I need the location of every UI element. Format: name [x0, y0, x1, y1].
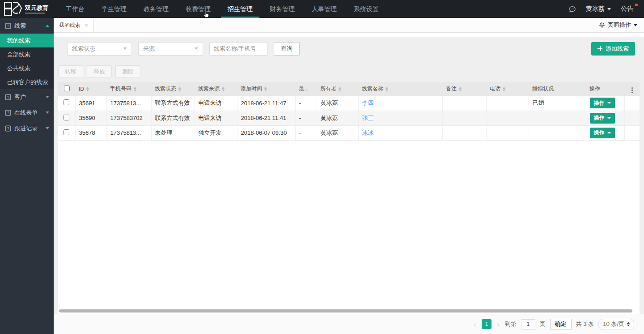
column-settings-icon[interactable] [630, 86, 635, 94]
sort-icon [503, 87, 505, 91]
sidebar-section-leads[interactable]: ? 线索 [0, 18, 54, 34]
col-header-phone[interactable]: 手机号码 [106, 82, 151, 96]
user-name: 黄冰荔 [586, 5, 605, 13]
page-actions-button[interactable]: 页面操作 [592, 18, 644, 32]
sort-icon [86, 87, 89, 91]
logo-subtitle [25, 13, 45, 14]
top-navbar: 双元教育 工作台 学生管理 教务管理 收费管理 招生管理 财务管理 人事管理 系… [0, 0, 644, 18]
goto-page-input[interactable] [521, 319, 535, 330]
close-icon[interactable]: × [85, 22, 88, 28]
release-button[interactable]: 释放 [87, 65, 112, 77]
total-count-label: 共 3 条 [576, 320, 594, 328]
chevron-up-icon [46, 25, 49, 27]
select-all-checkbox[interactable] [64, 86, 70, 91]
plus-icon [597, 46, 602, 51]
nav-item-fees[interactable]: 收费管理 [177, 0, 219, 18]
chevron-down-icon [46, 127, 49, 129]
nav-item-finance[interactable]: 财务管理 [261, 0, 303, 18]
col-header-status[interactable]: 线索状态 [151, 82, 195, 96]
bulk-action-bar: 转移 释放 删除 [58, 60, 640, 82]
notification-dot [635, 4, 638, 6]
followups-menu-icon: ? [5, 125, 11, 132]
sidebar-section-followups[interactable]: ? 跟进记录 [0, 120, 54, 136]
chevron-down-icon [607, 8, 611, 10]
chevron-down-icon [123, 47, 127, 50]
online-forms-menu-icon: ? [5, 110, 11, 116]
row-checkbox[interactable] [64, 99, 69, 105]
row-action-button[interactable]: 操作 [590, 98, 615, 108]
sort-icon [386, 87, 388, 91]
add-lead-button[interactable]: 添加线索 [591, 42, 635, 56]
confirm-button[interactable]: 确定 [550, 319, 572, 330]
topnav-right: 黄冰荔 公告 [568, 0, 644, 18]
horizontal-scrollbar[interactable] [59, 309, 632, 313]
chevron-down-icon [46, 96, 49, 98]
row-checkbox[interactable] [64, 115, 69, 120]
col-header-tel[interactable]: 电话 [486, 82, 529, 96]
lead-name-link[interactable]: 张三 [362, 115, 374, 121]
nav-item-admissions[interactable]: 招生管理 [219, 0, 261, 18]
pagination-bar: ‹ 1 › 到第 页 确定 共 3 条 10 条/页 [54, 314, 644, 334]
sidebar-item-public-leads[interactable]: 公共线索 [0, 61, 54, 75]
lead-name-link[interactable]: 李四 [362, 99, 374, 106]
sort-icon [178, 87, 181, 91]
prev-page-button[interactable]: ‹ [473, 321, 478, 328]
source-select[interactable]: 来源 [138, 42, 203, 56]
chevron-down-icon [634, 24, 637, 26]
nav-item-hr[interactable]: 人事管理 [303, 0, 345, 18]
row-action-button[interactable]: 操作 [590, 128, 615, 138]
col-header-added-time[interactable]: 添加时间 [237, 82, 295, 96]
sidebar-item-all-leads[interactable]: 全部线索 [0, 47, 54, 61]
svg-text:?: ? [7, 111, 9, 115]
spinner-icon [627, 322, 630, 326]
col-header-marital: 婚姻状况 [529, 82, 586, 96]
page-number-1[interactable]: 1 [482, 319, 491, 329]
nav-item-students[interactable]: 学生管理 [93, 0, 135, 18]
nav-item-workbench[interactable]: 工作台 [57, 0, 93, 18]
next-page-button[interactable]: › [496, 321, 500, 328]
svg-text:?: ? [7, 95, 9, 99]
col-header-owner[interactable]: 所有者 [317, 82, 358, 96]
sort-icon [459, 87, 462, 91]
nav-item-settings[interactable]: 系统设置 [345, 0, 387, 18]
lead-status-select[interactable]: 线索状态 [67, 42, 132, 56]
goto-prefix-label: 到第 [505, 320, 517, 328]
page-size-select[interactable]: 10 条/页 [598, 319, 634, 330]
row-checkbox[interactable] [64, 129, 69, 135]
delete-button[interactable]: 删除 [115, 65, 140, 77]
transfer-button[interactable]: 转移 [58, 65, 83, 77]
filter-bar: 线索状态 来源 查询 添加线索 [54, 37, 644, 60]
tab-my-leads[interactable]: 我的线索 × [54, 18, 94, 32]
col-header-recent[interactable]: 最... [295, 82, 317, 96]
main-menu: 工作台 学生管理 教务管理 收费管理 招生管理 财务管理 人事管理 系统设置 [57, 0, 387, 18]
sort-icon [222, 87, 225, 91]
sidebar-section-customers[interactable]: ? 客户 [0, 89, 54, 105]
leads-menu-icon: ? [5, 23, 11, 29]
customers-menu-icon: ? [5, 94, 11, 100]
leads-table: ID 手机号码 线索状态 线索来源 添加时间 最... 所有者 线索名称 备注 … [58, 82, 640, 314]
table-header-row: ID 手机号码 线索状态 线索来源 添加时间 最... 所有者 线索名称 备注 … [58, 82, 640, 96]
table-row: 35690 1737583702 联系方式有效 电话来访 2018-06-21 … [58, 111, 640, 125]
user-menu[interactable]: 黄冰荔 [586, 5, 611, 13]
message-icon[interactable] [568, 6, 576, 13]
col-header-source[interactable]: 线索来源 [195, 82, 237, 96]
goto-suffix-label: 页 [540, 320, 546, 328]
col-header-lead-name[interactable]: 线索名称 [358, 82, 442, 96]
sort-icon [134, 87, 136, 91]
sidebar-item-my-leads[interactable]: 我的线索 [0, 34, 54, 47]
col-header-note[interactable]: 备注 [442, 82, 486, 96]
announcements-link[interactable]: 公告 [621, 5, 636, 13]
lead-name-link[interactable]: 冰冰 [362, 129, 374, 136]
row-action-button[interactable]: 操作 [590, 113, 615, 124]
search-button[interactable]: 查询 [274, 42, 300, 56]
sidebar-section-online-forms[interactable]: ? 在线表单 [0, 105, 54, 120]
table-row: 35678 17375813... 未处理 独立开发 2018-06-07 09… [58, 125, 640, 140]
svg-text:?: ? [7, 24, 9, 28]
keyword-input[interactable] [209, 42, 267, 56]
sidebar-item-converted-leads[interactable]: 已转客户的线索 [0, 75, 54, 89]
chevron-down-icon [607, 117, 611, 119]
nav-item-academic[interactable]: 教务管理 [135, 0, 177, 18]
col-header-id[interactable]: ID [75, 82, 106, 96]
chevron-down-icon [195, 47, 198, 50]
app-logo[interactable]: 双元教育 [0, 0, 57, 18]
